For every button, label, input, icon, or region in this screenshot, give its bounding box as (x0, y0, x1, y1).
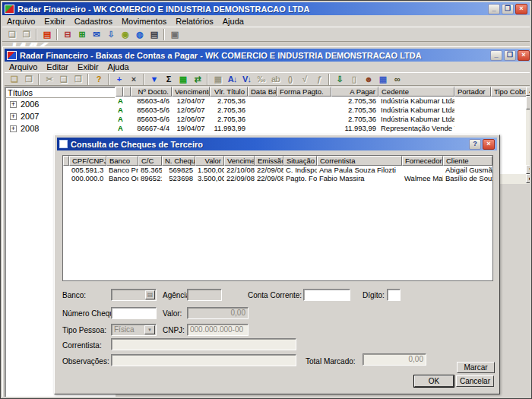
restore-icon[interactable]: ❐ (502, 4, 514, 14)
close-icon[interactable]: × (518, 50, 530, 61)
grid-cell (402, 166, 443, 174)
scroll-up-icon[interactable]: ▲ (526, 87, 530, 96)
numero-cheque-field[interactable] (111, 307, 157, 319)
menu-item-exibir[interactable]: Exibir (40, 17, 70, 26)
conta-corrente-field[interactable] (303, 289, 350, 301)
cheques-icon[interactable]: ✉ (89, 28, 103, 41)
close-icon[interactable]: × (483, 139, 495, 150)
add-icon[interactable]: + (112, 73, 126, 86)
monitor-icon[interactable]: ▣ (167, 28, 182, 41)
column-header-vencimento[interactable]: Vencimento (224, 156, 255, 166)
database-icon[interactable]: ▤ (147, 28, 161, 41)
tree-item-2007[interactable]: +2007 (5, 110, 115, 122)
binoculars-icon[interactable]: ∞ (390, 73, 404, 86)
cancelar-button[interactable]: Cancelar (456, 375, 494, 387)
column-header-forma-pagto[interactable]: Forma Pagto. (277, 87, 331, 97)
menu-item-movimentos[interactable]: Movimentos (117, 17, 171, 26)
menu-item-ajuda[interactable]: Ajuda (218, 17, 249, 26)
grid-cell: 11.993,99 (331, 124, 378, 133)
filter-icon[interactable]: ▼ (147, 73, 161, 86)
table-row[interactable]: A85603-6/612/06/072.705,362.705,36Indúst… (116, 115, 526, 124)
cheques-grid-box: CPF/CNPJBancoC/CN. ChequeValorVencimento… (62, 155, 493, 281)
column-header[interactable] (63, 156, 69, 166)
column-header-n-docto[interactable]: Nº Docto. (131, 87, 172, 97)
tree-item-2006[interactable]: +2006 (5, 98, 115, 110)
contas-receber-icon[interactable]: ⊞ (74, 28, 89, 41)
table-icon[interactable]: ▦ (375, 73, 390, 86)
digito-field[interactable] (387, 289, 401, 301)
bordero-icon[interactable]: ⇩ (103, 28, 118, 41)
table-row[interactable]: 005.591.3Banco Prata85.3659-95698251.500… (63, 166, 492, 174)
ok-button[interactable]: OK (414, 375, 454, 387)
moedas-icon[interactable]: ◉ (118, 28, 132, 41)
grid-cell (277, 115, 331, 124)
minimize-icon[interactable]: _ (490, 50, 502, 61)
expand-plus-icon[interactable]: + (10, 101, 17, 108)
menu-item-exibir[interactable]: Exibir (73, 62, 103, 71)
delete-icon[interactable]: × (126, 73, 141, 86)
column-header[interactable] (123, 87, 131, 97)
marked-records-icon[interactable]: ▦ (176, 73, 190, 86)
scroll-down-icon[interactable]: ▼ (526, 165, 530, 174)
table-row[interactable]: A85603-5/612/05/072.705,362.705,36Indúst… (116, 106, 526, 115)
sort-asc-icon[interactable]: A↓ (225, 73, 239, 86)
table-row[interactable]: 000.000.0Banco Ouro896521-85236983.500,0… (63, 174, 492, 182)
table-row[interactable]: A85603-4/612/04/072.705,362.705,36Indúst… (116, 97, 526, 106)
help-icon[interactable]: ? (91, 73, 106, 86)
sum-icon[interactable]: Σ (161, 73, 176, 86)
scrollbar-thumb[interactable] (526, 96, 530, 109)
expand-plus-icon[interactable]: + (10, 125, 17, 132)
grid-cell: 85603-6/6 (131, 115, 172, 124)
contas-pagar-icon[interactable]: ⊟ (60, 28, 74, 41)
table-row[interactable]: A86667-4/419/04/0711.993,9911.993,99Repr… (116, 124, 526, 133)
column-header-cedente[interactable]: Cedente (378, 87, 454, 97)
minimize-icon[interactable]: _ (488, 4, 500, 14)
help-icon[interactable]: ? (469, 139, 481, 150)
dialog-titlebar[interactable]: Consulta de Cheques de Terceiro ? × (57, 138, 497, 150)
column-header-vencimento[interactable]: Vencimento (172, 87, 210, 97)
column-header-portador[interactable]: Portador (454, 87, 491, 97)
column-header-n-cheque[interactable]: N. Cheque (162, 156, 195, 166)
menu-item-relatorios[interactable]: Relatórios (171, 17, 218, 26)
column-header-a-pagar[interactable]: A Pagar (331, 87, 378, 97)
grid-cell (454, 115, 491, 124)
refresh-icon[interactable]: ⇄ (190, 73, 204, 86)
tree-item-2008[interactable]: +2008 (5, 122, 115, 135)
menu-item-arquivo[interactable]: Arquivo (5, 62, 42, 71)
main-titlebar[interactable]: Radar Financeiro - WK COMERCIO E INDUSTR… (2, 2, 530, 15)
column-header-correntista[interactable]: Correntista (317, 156, 402, 166)
vertical-scrollbar[interactable]: ▲ ▼ (526, 87, 530, 174)
column-header-tipo-cobranca[interactable]: Tipo Cobrança (491, 87, 526, 97)
column-header-banco[interactable]: Banco (106, 156, 138, 166)
column-header-cpf-cnpj[interactable]: CPF/CNPJ (69, 156, 106, 166)
closed-folder-icon: ❐ (21, 73, 36, 86)
menu-item-cadastros[interactable]: Cadastros (70, 17, 117, 26)
menu-item-ajuda[interactable]: Ajuda (103, 62, 134, 71)
child-titlebar[interactable]: Radar Financeiro - Baixas de Contas a Pa… (5, 49, 530, 62)
column-header[interactable] (116, 87, 123, 97)
column-header-fornecedor[interactable]: Fornecedor (402, 156, 443, 166)
column-header-cliente[interactable]: Cliente (443, 156, 492, 166)
sort-values-icon[interactable]: V↓ (239, 73, 254, 86)
column-header-situacao[interactable]: Situação (283, 156, 317, 166)
user-icon[interactable]: ☻ (361, 73, 375, 86)
fluxo-caixa-icon[interactable]: ◍ (132, 28, 147, 41)
column-header-c-c[interactable]: C/C (138, 156, 162, 166)
open-folder-icon[interactable]: ❏ (7, 73, 21, 86)
column-header-vlr-titulo[interactable]: Vlr. Título (210, 87, 248, 97)
close-icon[interactable]: × (515, 4, 527, 14)
marcar-button[interactable]: Marcar (457, 362, 495, 373)
scroll-right-icon[interactable]: ► (526, 174, 530, 183)
menu-item-arquivo[interactable]: Arquivo (2, 17, 40, 26)
cash-register-icon[interactable]: ▤ (40, 28, 54, 41)
report-export-icon[interactable]: ⇩ (332, 73, 347, 86)
report-icon: ▯ (347, 73, 361, 86)
main-window-title: Radar Financeiro - WK COMERCIO E INDUSTR… (17, 5, 488, 14)
grid-cell (63, 174, 69, 182)
menu-item-editar[interactable]: Editar (42, 62, 73, 71)
column-header-valor[interactable]: Valor (195, 156, 224, 166)
column-header-emissao[interactable]: Emissão (255, 156, 283, 166)
expand-plus-icon[interactable]: + (10, 113, 17, 120)
restore-icon[interactable]: ❐ (504, 50, 516, 61)
column-header-data-baixa[interactable]: Data Baixa (248, 87, 277, 97)
